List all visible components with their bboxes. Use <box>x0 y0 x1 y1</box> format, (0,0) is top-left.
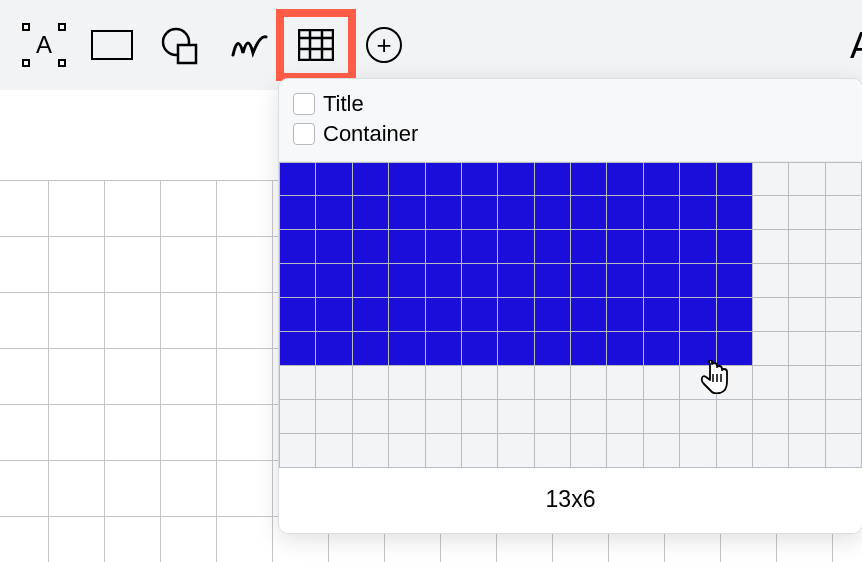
grid-cell[interactable] <box>826 366 862 400</box>
grid-cell[interactable] <box>607 162 643 196</box>
grid-cell[interactable] <box>498 196 534 230</box>
grid-cell[interactable] <box>753 400 789 434</box>
grid-cell[interactable] <box>680 230 716 264</box>
grid-cell[interactable] <box>644 434 680 468</box>
grid-cell[interactable] <box>426 400 462 434</box>
grid-cell[interactable] <box>753 332 789 366</box>
grid-cell[interactable] <box>389 196 425 230</box>
grid-cell[interactable] <box>462 230 498 264</box>
grid-cell[interactable] <box>535 332 571 366</box>
grid-cell[interactable] <box>462 298 498 332</box>
grid-cell[interactable] <box>462 400 498 434</box>
grid-cell[interactable] <box>717 264 753 298</box>
grid-cell[interactable] <box>353 162 389 196</box>
grid-cell[interactable] <box>426 332 462 366</box>
grid-cell[interactable] <box>680 332 716 366</box>
grid-cell[interactable] <box>571 332 607 366</box>
grid-cell[interactable] <box>316 434 352 468</box>
add-tool[interactable]: + <box>350 15 418 75</box>
grid-cell[interactable] <box>535 230 571 264</box>
rectangle-tool[interactable] <box>78 15 146 75</box>
grid-cell[interactable] <box>571 196 607 230</box>
grid-cell[interactable] <box>316 196 352 230</box>
grid-cell[interactable] <box>316 332 352 366</box>
grid-cell[interactable] <box>353 264 389 298</box>
grid-cell[interactable] <box>680 298 716 332</box>
grid-cell[interactable] <box>462 264 498 298</box>
grid-cell[interactable] <box>316 264 352 298</box>
grid-cell[interactable] <box>680 162 716 196</box>
grid-cell[interactable] <box>717 366 753 400</box>
grid-cell[interactable] <box>680 196 716 230</box>
grid-cell[interactable] <box>426 298 462 332</box>
grid-cell[interactable] <box>353 434 389 468</box>
grid-cell[interactable] <box>462 162 498 196</box>
grid-cell[interactable] <box>389 332 425 366</box>
grid-cell[interactable] <box>826 298 862 332</box>
grid-cell[interactable] <box>789 434 825 468</box>
grid-cell[interactable] <box>280 162 316 196</box>
grid-cell[interactable] <box>607 298 643 332</box>
grid-cell[interactable] <box>644 264 680 298</box>
grid-cell[interactable] <box>789 332 825 366</box>
grid-cell[interactable] <box>680 434 716 468</box>
grid-cell[interactable] <box>535 400 571 434</box>
grid-cell[interactable] <box>426 366 462 400</box>
grid-cell[interactable] <box>498 366 534 400</box>
grid-cell[interactable] <box>826 332 862 366</box>
grid-cell[interactable] <box>280 434 316 468</box>
grid-cell[interactable] <box>389 230 425 264</box>
grid-cell[interactable] <box>826 230 862 264</box>
grid-cell[interactable] <box>535 434 571 468</box>
grid-cell[interactable] <box>607 332 643 366</box>
grid-cell[interactable] <box>717 434 753 468</box>
grid-cell[interactable] <box>280 264 316 298</box>
grid-cell[interactable] <box>644 196 680 230</box>
grid-cell[interactable] <box>462 196 498 230</box>
grid-cell[interactable] <box>389 434 425 468</box>
grid-cell[interactable] <box>607 434 643 468</box>
grid-cell[interactable] <box>498 400 534 434</box>
grid-cell[interactable] <box>644 332 680 366</box>
grid-cell[interactable] <box>571 434 607 468</box>
grid-cell[interactable] <box>644 366 680 400</box>
grid-cell[interactable] <box>498 434 534 468</box>
grid-cell[interactable] <box>789 400 825 434</box>
grid-cell[interactable] <box>353 298 389 332</box>
grid-cell[interactable] <box>535 366 571 400</box>
grid-cell[interactable] <box>426 264 462 298</box>
grid-cell[interactable] <box>607 230 643 264</box>
grid-cell[interactable] <box>789 366 825 400</box>
grid-cell[interactable] <box>789 264 825 298</box>
grid-cell[interactable] <box>680 400 716 434</box>
grid-cell[interactable] <box>826 264 862 298</box>
grid-cell[interactable] <box>498 332 534 366</box>
grid-cell[interactable] <box>535 298 571 332</box>
grid-cell[interactable] <box>717 196 753 230</box>
grid-cell[interactable] <box>789 230 825 264</box>
container-checkbox-row[interactable]: Container <box>293 119 848 149</box>
grid-cell[interactable] <box>389 264 425 298</box>
grid-cell[interactable] <box>389 298 425 332</box>
grid-cell[interactable] <box>426 162 462 196</box>
table-tool[interactable] <box>282 15 350 75</box>
grid-cell[interactable] <box>571 400 607 434</box>
grid-cell[interactable] <box>462 332 498 366</box>
grid-cell[interactable] <box>316 400 352 434</box>
grid-cell[interactable] <box>607 366 643 400</box>
grid-cell[interactable] <box>717 332 753 366</box>
grid-cell[interactable] <box>826 196 862 230</box>
grid-cell[interactable] <box>753 264 789 298</box>
grid-cell[interactable] <box>462 434 498 468</box>
grid-cell[interactable] <box>571 298 607 332</box>
freehand-tool[interactable] <box>214 15 282 75</box>
grid-cell[interactable] <box>280 196 316 230</box>
grid-cell[interactable] <box>389 400 425 434</box>
container-checkbox[interactable] <box>293 123 315 145</box>
grid-cell[interactable] <box>753 434 789 468</box>
grid-cell[interactable] <box>644 298 680 332</box>
grid-cell[interactable] <box>717 298 753 332</box>
grid-cell[interactable] <box>826 400 862 434</box>
grid-cell[interactable] <box>571 264 607 298</box>
grid-cell[interactable] <box>353 230 389 264</box>
